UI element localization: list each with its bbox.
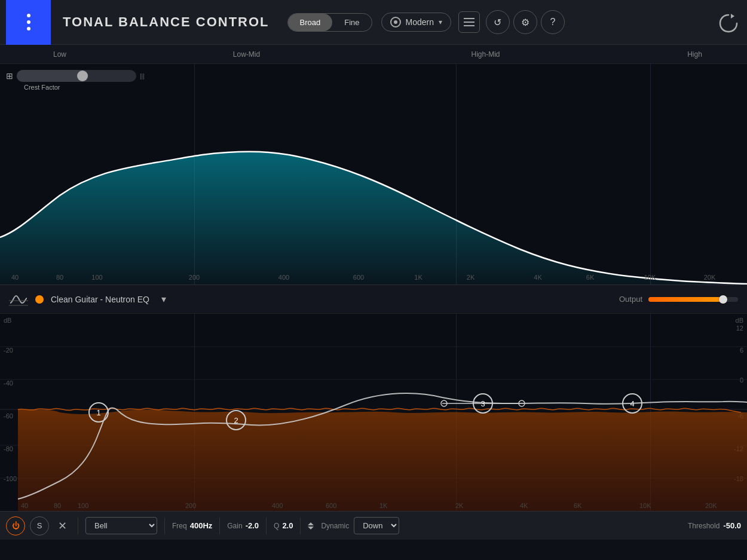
sidebar-menu[interactable] (6, 0, 51, 45)
freq-1k: 1K (414, 274, 422, 281)
chevron-down-icon: ▾ (439, 18, 442, 26)
svg-text:20K: 20K (705, 502, 717, 509)
eq-svg: 1 2 3 4 40 80 100 200 400 600 1K 2K 4K 6… (0, 314, 747, 511)
svg-text:2K: 2K (455, 502, 464, 509)
help-button[interactable]: ? (541, 10, 565, 34)
output-slider-fill (648, 297, 725, 302)
freq-2k: 2K (467, 274, 474, 281)
svg-text:400: 400 (272, 502, 283, 509)
q-param: Q 2.0 (274, 521, 293, 530)
target-label: Modern (406, 17, 434, 27)
gain-param: Gain -2.0 (227, 521, 259, 530)
threshold-value[interactable]: -50.0 (723, 521, 741, 530)
svg-text:200: 200 (185, 502, 196, 509)
gain-value[interactable]: -2.0 (246, 521, 259, 530)
broad-button[interactable]: Broad (288, 14, 333, 31)
svg-text:1: 1 (96, 408, 100, 417)
threshold-label: Threshold (688, 522, 720, 530)
svg-text:4K: 4K (520, 502, 528, 509)
hamburger-icon (464, 18, 474, 26)
svg-text:600: 600 (326, 502, 336, 509)
freq-80: 80 (56, 274, 63, 281)
crest-factor-label: Crest Factor (24, 84, 145, 91)
source-color-dot (35, 295, 44, 304)
settings-button[interactable]: ⚙ (513, 10, 537, 34)
source-toolbar: Clean Guitar - Neutron EQ ▾ Output (0, 285, 747, 314)
freq-value[interactable]: 400Hz (190, 521, 213, 530)
separator-3 (219, 518, 220, 534)
target-dropdown[interactable]: Modern ▾ (381, 13, 451, 32)
spectrum-display[interactable]: ⊞ ||| Crest Factor 40 80 100 200 400 600… (0, 64, 747, 285)
stepper-down-icon (308, 527, 314, 530)
crest-factor-slider[interactable]: ⊞ ||| (6, 70, 145, 82)
svg-text:80: 80 (54, 502, 61, 509)
svg-text:100: 100 (78, 502, 88, 509)
direction-select[interactable]: Down Up (354, 517, 399, 534)
freq-4k: 4K (534, 274, 541, 281)
output-section: Output (619, 295, 738, 304)
freq-100: 100 (91, 274, 102, 281)
svg-text:3: 3 (480, 399, 485, 408)
freq-band-labels: Low Low-Mid High-Mid High (0, 45, 747, 64)
app-title: TONAL BALANCE CONTROL (63, 14, 270, 30)
source-dropdown-button[interactable]: ▾ (157, 292, 171, 307)
bottom-toolbar: ⏻ S ✕ Bell Low Shelf High Shelf Notch Fr… (0, 511, 747, 540)
delete-node-button[interactable]: ✕ (54, 518, 71, 534)
freq-10k: 10K (644, 274, 656, 281)
crest-factor-area: ⊞ ||| Crest Factor (6, 70, 145, 91)
eq-display[interactable]: dB -20 -40 -60 -80 -100 dB 12 6 0 -6 -12… (0, 314, 747, 511)
dynamic-label: Dynamic (321, 522, 349, 530)
target-icon (390, 17, 401, 27)
svg-text:4: 4 (630, 399, 634, 408)
svg-text:2: 2 (234, 416, 238, 425)
gain-label: Gain (227, 522, 242, 530)
power-button[interactable]: ⏻ (6, 516, 25, 535)
low-mid-band-label: Low-Mid (233, 50, 260, 59)
crest-slider-track[interactable] (17, 70, 136, 82)
high-band-label: High (687, 50, 702, 59)
freq-6k: 6K (586, 274, 594, 281)
crest-slider-thumb[interactable] (77, 71, 88, 81)
separator-2 (164, 518, 165, 534)
freq-200: 200 (189, 274, 200, 281)
bypass-rotate-button[interactable] (716, 10, 741, 35)
dynamic-stepper[interactable] (308, 522, 314, 530)
undo-button[interactable]: ↺ (486, 10, 510, 34)
threshold-section: Threshold -50.0 (688, 521, 741, 530)
eq-icon (9, 291, 28, 308)
output-label: Output (619, 295, 642, 304)
waveform-left-icon: ⊞ (6, 71, 13, 81)
high-mid-band-label: High-Mid (471, 50, 500, 59)
waveform-right-icon: ||| (140, 73, 145, 79)
separator-5 (300, 518, 301, 534)
low-band-label: Low (53, 50, 66, 59)
separator-1 (78, 518, 78, 534)
freq-400: 400 (278, 274, 289, 281)
solo-button[interactable]: S (30, 516, 49, 535)
svg-text:10K: 10K (639, 502, 651, 509)
svg-text:6K: 6K (574, 502, 582, 509)
view-toggle: Broad Fine (287, 13, 372, 32)
eq-curve-icon[interactable] (9, 291, 28, 308)
freq-label: Freq (172, 522, 187, 530)
header: TONAL BALANCE CONTROL Broad Fine Modern … (0, 0, 747, 45)
source-name: Clean Guitar - Neutron EQ (51, 295, 149, 304)
output-slider-thumb[interactable] (719, 295, 727, 304)
freq-axis-top: 40 80 100 200 400 600 1K 2K 4K 6K 10K 20… (0, 270, 747, 284)
q-value[interactable]: 2.0 (282, 521, 293, 530)
filter-type-select[interactable]: Bell Low Shelf High Shelf Notch (85, 517, 157, 534)
rotate-icon (718, 11, 739, 33)
freq-param: Freq 400Hz (172, 521, 212, 530)
dots-icon (27, 14, 30, 30)
stepper-up-icon (308, 522, 314, 525)
svg-text:40: 40 (21, 502, 28, 509)
menu-button[interactable] (458, 11, 480, 33)
freq-20k: 20K (704, 274, 716, 281)
output-slider[interactable] (648, 297, 738, 302)
q-label: Q (274, 522, 279, 530)
fine-button[interactable]: Fine (332, 14, 371, 31)
freq-600: 600 (353, 274, 364, 281)
svg-text:1K: 1K (379, 502, 388, 509)
spectrum-svg (0, 64, 747, 284)
separator-4 (266, 518, 267, 534)
